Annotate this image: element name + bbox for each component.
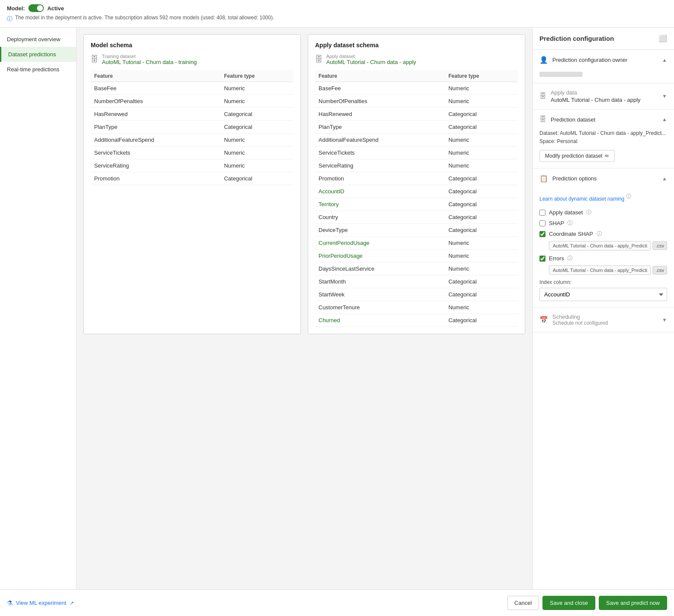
apply-data-chevron: ▼ bbox=[662, 93, 667, 99]
apply-schema-card: Apply dataset schema 🗄 Apply dataset Aut… bbox=[308, 34, 525, 334]
db-icon: 🗄 bbox=[91, 55, 98, 64]
owner-title: Prediction configuration owner bbox=[552, 57, 628, 63]
modify-prediction-dataset-button[interactable]: Modify prediction dataset ✏ bbox=[539, 150, 615, 162]
owner-section-header[interactable]: 👤 Prediction configuration owner ▲ bbox=[533, 50, 674, 70]
shap-checkbox-row: SHAP ⓘ bbox=[539, 220, 667, 227]
view-experiment-link[interactable]: ⚗ View ML experiment ↗ bbox=[7, 599, 74, 607]
errors-checkbox[interactable] bbox=[539, 256, 545, 262]
table-row: ServiceTicketsNumeric bbox=[315, 146, 518, 159]
table-row: NumberOfPenaltiesNumeric bbox=[315, 95, 518, 108]
apply-dataset-name: AutoML Tutorial - Churn data - apply bbox=[326, 59, 416, 65]
table-row: AdditionalFeatureSpendNumeric bbox=[91, 134, 294, 146]
right-panel: Prediction configuration ⬜ 👤 Prediction … bbox=[532, 27, 674, 589]
prediction-dataset-chevron: ▲ bbox=[662, 116, 667, 122]
coordinate-shap-checkbox[interactable] bbox=[539, 231, 545, 237]
owner-placeholder bbox=[539, 72, 582, 77]
index-col-label: Index column: bbox=[539, 279, 667, 285]
cancel-button[interactable]: Cancel bbox=[507, 596, 539, 610]
table-row: StartMonthCategorical bbox=[315, 275, 518, 288]
learn-link-text: Learn about dynamic dataset naming bbox=[539, 196, 624, 202]
shap-checkbox[interactable] bbox=[539, 220, 545, 226]
table-row: TerritoryCategorical bbox=[315, 198, 518, 211]
scheduling-subtitle: Schedule not configured bbox=[552, 320, 608, 326]
table-row: ServiceRatingNumeric bbox=[315, 159, 518, 172]
prediction-dataset-icon: 🗄 bbox=[539, 116, 546, 123]
errors-info-icon: ⓘ bbox=[567, 255, 573, 262]
info-icon: ⓘ bbox=[7, 15, 12, 23]
model-schema-card: Model schema 🗄 Training dataset AutoML T… bbox=[83, 34, 301, 334]
scheduling-section-header[interactable]: 📅 Scheduling Schedule not configured ▼ bbox=[533, 308, 674, 332]
apply-type-col-header: Feature type bbox=[445, 70, 518, 82]
coordinate-shap-info-icon: ⓘ bbox=[597, 230, 602, 238]
apply-dataset-checkbox[interactable] bbox=[539, 210, 545, 216]
shap-checkbox-label: SHAP bbox=[549, 220, 564, 226]
model-active-toggle[interactable] bbox=[28, 4, 44, 12]
training-dataset-name: AutoML Tutorial - Churn data - training bbox=[102, 59, 197, 65]
prediction-options-title: Prediction options bbox=[552, 175, 597, 182]
errors-csv-badge: .csv bbox=[653, 266, 667, 274]
table-row: PriorPeriodUsageNumeric bbox=[315, 250, 518, 262]
apply-dataset-info-icon: ⓘ bbox=[586, 209, 591, 216]
table-row: HasRenewedCategorical bbox=[91, 108, 294, 121]
coordinate-shap-checkbox-row: Coordinate SHAP ⓘ bbox=[539, 230, 667, 238]
learn-info-icon: ⓘ bbox=[626, 193, 631, 200]
table-row: StartWeekCategorical bbox=[315, 288, 518, 301]
table-row: NumberOfPenaltiesNumeric bbox=[91, 95, 294, 108]
table-row: BaseFeeNumeric bbox=[91, 82, 294, 95]
model-schema-source: 🗄 Training dataset AutoML Tutorial - Chu… bbox=[91, 54, 294, 65]
prediction-options-header[interactable]: 📋 Prediction options ▲ bbox=[533, 168, 674, 189]
prediction-dataset-section: 🗄 Prediction dataset ▲ Dataset: AutoML T… bbox=[533, 110, 674, 168]
owner-chevron: ▲ bbox=[662, 57, 667, 63]
coordinate-shap-input[interactable] bbox=[549, 241, 651, 250]
right-panel-header: Prediction configuration ⬜ bbox=[533, 27, 674, 50]
coordinate-shap-label: Coordinate SHAP bbox=[549, 231, 593, 237]
errors-input[interactable] bbox=[549, 265, 651, 275]
errors-input-row: .csv bbox=[549, 265, 667, 275]
sidebar-item-dataset-predictions[interactable]: Dataset predictions bbox=[0, 47, 76, 62]
apply-dataset-checkbox-row: Apply dataset ⓘ bbox=[539, 209, 667, 216]
table-row: AdditionalFeatureSpendNumeric bbox=[315, 134, 518, 146]
bottom-bar: ⚗ View ML experiment ↗ Cancel Save and c… bbox=[0, 589, 674, 616]
prediction-dataset-info: Dataset: AutoML Tutorial - Churn data - … bbox=[539, 129, 667, 146]
right-panel-collapse-icon[interactable]: ⬜ bbox=[659, 34, 667, 43]
model-schema-title: Model schema bbox=[91, 42, 294, 49]
index-col-select[interactable]: AccountID bbox=[539, 288, 667, 301]
prediction-options-section: 📋 Prediction options ▲ Learn about dynam… bbox=[533, 168, 674, 308]
apply-data-section: 🗄 Apply data AutoML Tutorial - Churn dat… bbox=[533, 83, 674, 110]
table-row: ChurnedCategorical bbox=[315, 314, 518, 327]
sidebar: Deployment overview Dataset predictions … bbox=[0, 27, 77, 589]
apply-data-icon: 🗄 bbox=[539, 92, 546, 100]
apply-data-value: AutoML Tutorial - Churn data - apply bbox=[551, 97, 640, 103]
table-row: PlanTypeCategorical bbox=[315, 121, 518, 134]
view-experiment-label: View ML experiment bbox=[16, 600, 66, 606]
apply-schema-source: 🗄 Apply dataset AutoML Tutorial - Churn … bbox=[315, 54, 518, 65]
top-bar: Model: Active ⓘ The model in the deploym… bbox=[0, 0, 674, 27]
table-row: HasRenewedCategorical bbox=[315, 108, 518, 121]
info-row: ⓘ The model in the deployment is active.… bbox=[7, 15, 667, 23]
table-row: CustomerTenureNumeric bbox=[315, 301, 518, 314]
apply-dataset-checkbox-label: Apply dataset bbox=[549, 209, 583, 216]
training-dataset-label: Training dataset bbox=[102, 54, 197, 59]
apply-schema-table: Feature Feature type BaseFeeNumericNumbe… bbox=[315, 70, 518, 327]
prediction-dataset-space: Space: Personal bbox=[539, 138, 577, 144]
scheduling-icon: 📅 bbox=[539, 316, 548, 324]
coordinate-shap-csv-badge: .csv bbox=[653, 241, 667, 250]
shap-info-icon: ⓘ bbox=[567, 220, 573, 227]
apply-data-section-header[interactable]: 🗄 Apply data AutoML Tutorial - Churn dat… bbox=[533, 83, 674, 109]
learn-link[interactable]: Learn about dynamic dataset naming ⓘ bbox=[539, 193, 667, 204]
table-row: ServiceRatingNumeric bbox=[91, 159, 294, 172]
scheduling-chevron: ▼ bbox=[662, 317, 667, 323]
save-and-predict-button[interactable]: Save and predict now bbox=[599, 596, 667, 610]
table-row: DeviceTypeCategorical bbox=[315, 224, 518, 237]
save-and-close-button[interactable]: Save and close bbox=[542, 596, 595, 610]
info-text: The model in the deployment is active. T… bbox=[15, 15, 274, 21]
sidebar-item-realtime-predictions[interactable]: Real-time predictions bbox=[0, 62, 76, 77]
prediction-dataset-section-header[interactable]: 🗄 Prediction dataset ▲ bbox=[533, 110, 674, 129]
table-row: CountryCategorical bbox=[315, 211, 518, 224]
sidebar-item-deployment-overview[interactable]: Deployment overview bbox=[0, 32, 76, 47]
table-row: PlanTypeCategorical bbox=[91, 121, 294, 134]
model-status-text: Active bbox=[47, 5, 64, 12]
table-row: DaysSinceLastServiceNumeric bbox=[315, 262, 518, 275]
model-label: Model: bbox=[7, 5, 25, 12]
model-status: Model: Active bbox=[7, 4, 667, 12]
